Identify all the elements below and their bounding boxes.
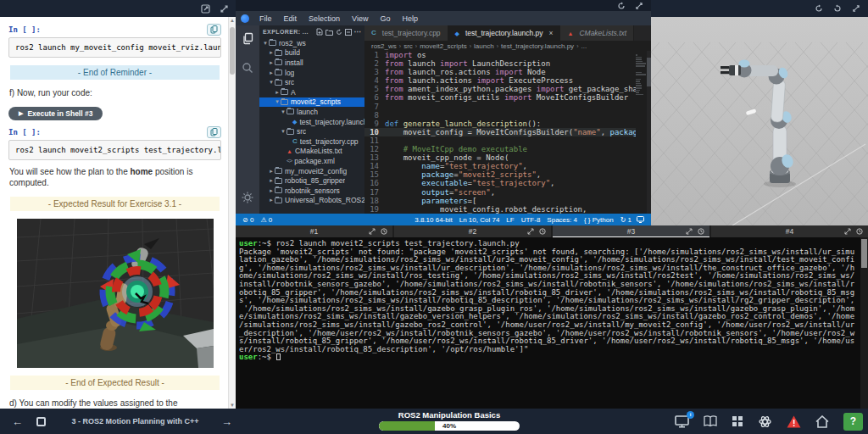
terminal-output[interactable]: user:~$ ros2 launch moveit2_scripts test… — [236, 237, 860, 409]
refresh-icon[interactable] — [814, 3, 824, 14]
tree-item-moveit2-scripts[interactable]: ▾moveit2_scripts — [259, 97, 364, 108]
tree-item-cmakelists-txt[interactable]: ▲CMakeLists.txt — [259, 147, 364, 157]
close-tab-icon[interactable]: × — [549, 29, 554, 37]
code-line[interactable]: 4from launch.actions import ExecuteProce… — [364, 76, 636, 85]
breadcrumb-item[interactable]: test_trajectory.launch.py — [501, 42, 574, 50]
feedback-icon[interactable] — [637, 216, 644, 223]
code-line[interactable]: 14 name="test_trajectory", — [364, 162, 636, 170]
code-line[interactable]: 3from launch_ros.actions import Node — [364, 68, 636, 76]
reset-view-icon[interactable] — [832, 3, 843, 14]
minimap[interactable] — [636, 53, 647, 214]
tab-cmakelists-txt[interactable]: ▲CMakeLists.txt — [560, 25, 634, 41]
code-editor[interactable]: 1import os2from launch import LaunchDesc… — [364, 51, 636, 214]
stop-button[interactable] — [36, 417, 46, 426]
menu-view[interactable]: View — [346, 14, 374, 23]
execute-shell-button[interactable]: ▶ Execute in Shell #3 — [8, 107, 103, 120]
terminal-prompt[interactable]: user:~$ — [239, 353, 860, 362]
gear-icon[interactable] — [242, 192, 253, 207]
next-lesson-button[interactable]: → — [216, 415, 237, 428]
more-actions-icon[interactable]: ⋯ — [354, 28, 361, 36]
code-cell[interactable]: ros2 launch moveit2_scripts test_traject… — [8, 140, 221, 160]
menu-selection[interactable]: Selection — [303, 14, 346, 23]
files-icon[interactable] — [242, 32, 254, 48]
tree-item-my-moveit2-config[interactable]: ▸my_moveit2_config — [259, 166, 364, 176]
code-line[interactable]: 11 — [364, 136, 636, 145]
code-line[interactable]: 6from moveit_configs_utils import MoveIt… — [364, 93, 636, 102]
status-item[interactable]: { } Python — [584, 216, 614, 224]
gazebo-3d-view[interactable] — [651, 17, 868, 225]
code-line[interactable]: 9def generate_launch_description(): — [364, 120, 636, 128]
menu-help[interactable]: Help — [396, 14, 424, 23]
code-line[interactable]: 19 moveit_config.robot_description, — [364, 205, 636, 214]
new-folder-icon[interactable] — [326, 29, 333, 36]
status-item[interactable]: UTF-8 — [521, 216, 541, 224]
code-line[interactable]: 5from ament_index_python.packages import… — [364, 85, 636, 93]
tree-item-log[interactable]: ▸log — [259, 68, 364, 78]
search-icon[interactable] — [242, 62, 253, 77]
code-line[interactable]: 16 executable="test_trajectory", — [364, 179, 636, 187]
tree-item-launch[interactable]: ▾launch — [259, 107, 364, 117]
breadcrumb-item[interactable]: ros2_ws — [371, 42, 397, 50]
tree-item-src[interactable]: ▾src — [259, 77, 364, 87]
notebook-body[interactable]: In [ ]: ros2 launch my_moveit_config mov… — [0, 17, 228, 409]
code-line[interactable]: 18 parameters=[ — [364, 197, 636, 205]
breadcrumb-item[interactable]: moveit2_scripts — [420, 42, 467, 50]
status-item[interactable]: ↻ 1 — [620, 216, 632, 224]
maximize-terminal-icon[interactable] — [686, 228, 693, 236]
terminal-scrollbar[interactable] — [860, 237, 868, 409]
history-icon[interactable] — [698, 228, 704, 236]
status-item[interactable]: ⚠ 0 — [260, 216, 272, 224]
history-icon[interactable] — [539, 228, 546, 236]
code-line[interactable]: 13 moveit_cpp_node = Node( — [364, 153, 636, 162]
tab-test-trajectory-launch-py[interactable]: ◆test_trajectory.launch.py× — [448, 25, 561, 41]
status-item[interactable]: LF — [506, 216, 514, 224]
code-line[interactable]: 17 output="screen", — [364, 188, 636, 197]
tree-item-install[interactable]: ▸install — [259, 58, 364, 68]
menu-edit[interactable]: Edit — [278, 14, 303, 23]
tree-item-robotnik-sensors[interactable]: ▸robotnik_sensors — [259, 186, 364, 196]
terminal-tab-3[interactable]: #3 — [553, 225, 709, 237]
refresh-explorer-icon[interactable] — [336, 29, 342, 36]
notebook-scrollbar[interactable]: ▲ ▼ — [228, 17, 236, 409]
code-line[interactable]: 12 # MoveItCpp demo executable — [364, 145, 636, 153]
breadcrumb-item[interactable]: src — [403, 42, 413, 50]
tree-item-src[interactable]: ▾src — [259, 126, 364, 136]
expand-icon[interactable] — [219, 3, 229, 14]
home-icon[interactable] — [815, 415, 829, 428]
menu-go[interactable]: Go — [374, 14, 396, 23]
code-line[interactable]: 1import os — [364, 51, 636, 59]
apps-grid-icon[interactable] — [732, 415, 743, 427]
desktop-icon[interactable]: i — [675, 415, 689, 428]
tree-item-a[interactable]: ▸A — [259, 87, 364, 97]
scroll-up-icon[interactable]: ▲ — [229, 18, 236, 23]
maximize-terminal-icon[interactable] — [527, 228, 534, 236]
copy-icon[interactable] — [207, 24, 221, 36]
new-file-icon[interactable] — [316, 28, 323, 36]
copy-icon[interactable] — [207, 126, 221, 138]
terminal-tab-2[interactable]: #2 — [394, 225, 551, 237]
history-icon[interactable] — [381, 228, 387, 236]
openai-icon[interactable] — [758, 415, 772, 429]
tree-item-robotiq-85-gripper[interactable]: ▸robotiq_85_gripper — [259, 175, 364, 186]
tree-item-package-xml[interactable]: <>package.xml — [259, 156, 364, 166]
history-icon[interactable] — [856, 228, 863, 236]
warning-icon[interactable] — [787, 415, 801, 428]
previous-lesson-button[interactable]: ← — [7, 415, 28, 428]
collapse-folders-icon[interactable] — [345, 29, 352, 36]
terminal-tab-4[interactable]: #4 — [711, 225, 868, 237]
open-external-icon[interactable] — [200, 3, 210, 14]
maximize-terminal-icon[interactable] — [844, 228, 851, 236]
maximize-terminal-icon[interactable] — [369, 228, 376, 236]
code-line[interactable]: 7 — [364, 103, 636, 111]
tree-item-ros2-ws[interactable]: ▾ros2_ws — [259, 38, 364, 48]
code-line[interactable]: 2from launch import LaunchDescription — [364, 59, 636, 68]
code-cell[interactable]: ros2 launch my_moveit_config moveit_rviz… — [8, 37, 221, 58]
tree-item-test-trajectory-cpp[interactable]: Ctest_trajectory.cpp — [259, 136, 364, 147]
terminal-tab-1[interactable]: #1 — [236, 225, 392, 237]
tab-test-trajectory-cpp[interactable]: Ctest_trajectory.cpp — [364, 25, 448, 41]
book-icon[interactable] — [704, 415, 717, 427]
tree-item-build[interactable]: ▸build — [259, 48, 364, 58]
code-line[interactable]: 15 package="moveit2_scripts", — [364, 170, 636, 179]
code-line[interactable]: 10 moveit_config = MoveItConfigsBuilder(… — [364, 128, 636, 136]
refresh-icon[interactable] — [616, 1, 626, 11]
